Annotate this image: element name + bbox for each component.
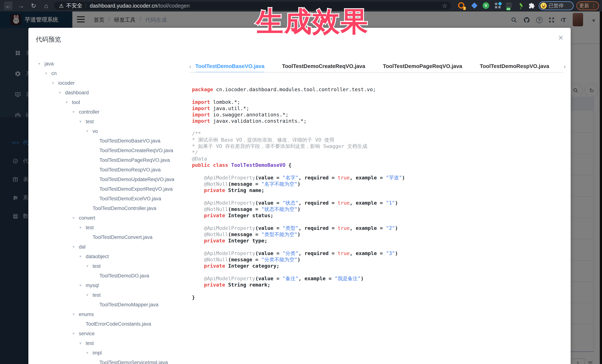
tree-folder[interactable]: ▾dal xyxy=(73,242,86,252)
tree-node-label: ToolTestDemoDO.java xyxy=(99,273,149,279)
caret-down-icon[interactable]: ▾ xyxy=(66,100,72,105)
caret-down-icon[interactable]: ▾ xyxy=(73,312,79,317)
file-tabs-bar: ‹ › ToolTestDemoBaseVO.javaToolTestDemoC… xyxy=(189,61,564,73)
tree-file[interactable]: ToolTestDemoController.java xyxy=(93,204,156,213)
tree-folder[interactable]: ▾impl xyxy=(86,348,102,358)
close-icon[interactable]: × xyxy=(558,33,563,42)
file-tab-3[interactable]: ToolTestDemoRespVO.java xyxy=(480,61,549,73)
tree-file[interactable]: ToolTestDemoRespVO.java xyxy=(99,165,161,175)
tree-file[interactable]: ToolTestDemoCreateReqVO.java xyxy=(99,146,173,155)
extension-seedling-icon[interactable] xyxy=(517,2,525,9)
tree-folder[interactable]: ▾convert xyxy=(73,213,95,223)
caret-down-icon[interactable]: ▾ xyxy=(79,283,86,288)
tree-node-label: ToolTestDemoExportReqVO.java xyxy=(99,186,173,192)
code-line xyxy=(192,124,563,130)
caret-down-icon[interactable]: ▾ xyxy=(79,225,86,230)
tree-folder[interactable]: ▾java xyxy=(38,59,54,69)
code-viewer[interactable]: package cn.iocoder.dashboard.modules.too… xyxy=(192,86,563,361)
code-line xyxy=(192,93,563,99)
not-secure-warning-icon: ⚠ xyxy=(59,3,64,9)
tree-folder[interactable]: ▾service xyxy=(73,329,95,338)
tabs-scroll-left-icon[interactable]: ‹ xyxy=(189,63,191,70)
tree-file[interactable]: ToolTestDemoPageReqVO.java xyxy=(99,155,170,165)
caret-down-icon[interactable]: ▾ xyxy=(86,351,93,355)
tree-file[interactable]: ToolTestDemoUpdateReqVO.java xyxy=(99,175,174,184)
tree-node-label: ToolTestDemoRespVO.java xyxy=(99,167,161,173)
file-tab-0[interactable]: ToolTestDemoBaseVO.java xyxy=(195,61,264,73)
file-tab-1[interactable]: ToolTestDemoCreateReqVO.java xyxy=(282,61,365,73)
caret-down-icon[interactable]: ▾ xyxy=(86,264,93,269)
tree-folder[interactable]: ▾cn xyxy=(45,69,57,78)
tree-file[interactable]: ToolTestDemoExportReqVO.java xyxy=(99,184,173,194)
tree-node-label: test xyxy=(86,341,94,346)
extension-grid-icon[interactable] xyxy=(494,2,502,9)
code-line: public class ToolTestDemoBaseVO { xyxy=(192,162,563,168)
caret-down-icon[interactable]: ▾ xyxy=(38,61,44,66)
browser-profile-button[interactable]: 已暂停 xyxy=(539,1,574,10)
tree-file[interactable]: ToolTestDemoMapper.java xyxy=(99,300,158,310)
code-line: @ApiModelProperty(value = "状态", required… xyxy=(192,200,563,206)
extension-orange-icon[interactable]: 1 xyxy=(458,2,465,9)
tree-folder[interactable]: ▾mysql xyxy=(79,281,99,290)
tree-file[interactable]: ToolTestDemoDO.java xyxy=(99,271,149,281)
caret-down-icon[interactable]: ▾ xyxy=(73,244,79,249)
tree-file[interactable]: ToolTestDemoExcelVO.java xyxy=(99,194,161,204)
tree-folder[interactable]: ▾test xyxy=(86,261,101,271)
code-line: private Integer category; xyxy=(192,263,563,269)
caret-down-icon[interactable]: ▾ xyxy=(86,293,93,297)
browser-home-button[interactable]: ⌂ xyxy=(42,1,50,10)
address-bar[interactable]: ⚠ 不安全 dashboard.yudao.iocoder.cn/tool/co… xyxy=(54,2,451,10)
browser-update-button[interactable]: 更新 ⋮ xyxy=(576,1,599,10)
caret-down-icon[interactable]: ▾ xyxy=(79,254,86,259)
tree-node-label: tool xyxy=(72,100,80,105)
urlbar-divider xyxy=(86,3,86,8)
extensions-puzzle-icon[interactable] xyxy=(528,2,535,9)
tree-folder[interactable]: ▾test xyxy=(79,338,94,348)
tree-file[interactable]: ToolTestDemoBaseVO.java xyxy=(99,136,161,146)
caret-down-icon[interactable]: ▾ xyxy=(59,90,65,95)
tree-folder[interactable]: ▾test xyxy=(79,117,94,126)
code-line: /** xyxy=(192,130,563,137)
profile-status: 已暂停 xyxy=(548,2,564,9)
bookmark-star-icon[interactable]: ☆ xyxy=(442,2,447,9)
caret-down-icon[interactable]: ▾ xyxy=(73,216,79,220)
extension-vue-icon[interactable]: V xyxy=(483,2,490,9)
browser-forward-button[interactable]: → xyxy=(17,1,25,10)
caret-down-icon[interactable]: ▾ xyxy=(45,71,51,76)
browser-reload-button[interactable]: ↻ xyxy=(29,1,38,10)
caret-down-icon[interactable]: ▾ xyxy=(79,119,86,124)
tree-node-label: ToolTestDemoCreateReqVO.java xyxy=(99,148,173,154)
tree-folder[interactable]: ▾dashboard xyxy=(59,88,89,97)
extension-gem-icon[interactable] xyxy=(471,2,478,9)
code-line: @NotNull(message = "类型不能为空") xyxy=(192,231,563,238)
tree-folder[interactable]: ▾enums xyxy=(73,310,94,319)
tree-node-label: test xyxy=(86,225,94,230)
annotation-text: 生成效果 xyxy=(256,3,369,40)
extension-tampermonkey-icon[interactable]: on xyxy=(505,2,513,9)
tree-node-label: service xyxy=(79,331,95,337)
caret-down-icon[interactable]: ▾ xyxy=(52,81,58,85)
tree-file[interactable]: ToolTestDemoServiceImpl.java xyxy=(99,358,168,364)
tree-file[interactable]: ToolErrorCodeConstants.java xyxy=(86,319,151,329)
tree-folder[interactable]: ▾iocoder xyxy=(52,78,75,88)
tree-file[interactable]: ToolTestDemoConvert.java xyxy=(93,232,152,242)
code-line: @NotNull(message = "状态不能为空") xyxy=(192,206,563,212)
tree-folder[interactable]: ▾dataobject xyxy=(79,252,109,261)
code-preview-dialog: 代码预览 × ▾java▾cn▾iocoder▾dashboard▾tool▾c… xyxy=(28,28,571,364)
tree-folder[interactable]: ▾controller xyxy=(73,107,99,117)
caret-down-icon[interactable]: ▾ xyxy=(73,110,79,114)
tabs-scroll-right-icon[interactable]: › xyxy=(564,63,566,70)
tree-folder[interactable]: ▾test xyxy=(79,223,94,232)
caret-down-icon[interactable]: ▾ xyxy=(86,129,93,134)
tree-folder[interactable]: ▾test xyxy=(86,290,101,300)
tree-node-label: mysql xyxy=(86,283,99,288)
tree-folder[interactable]: ▾tool xyxy=(66,97,80,107)
code-line: * 如果子 VO 存在差异的字段，请不要添加到这里，影响 Swagger 文档生… xyxy=(192,143,563,149)
file-tab-2[interactable]: ToolTestDemoPageReqVO.java xyxy=(383,61,462,73)
code-line: @ApiModelProperty(value = "分类", required… xyxy=(192,250,563,257)
caret-down-icon[interactable]: ▾ xyxy=(79,341,86,346)
browser-back-button[interactable]: ← xyxy=(4,1,13,10)
caret-down-icon[interactable]: ▾ xyxy=(73,331,79,336)
code-line: @NotNull(message = "名字不能为空") xyxy=(192,181,563,187)
tree-folder[interactable]: ▾vo xyxy=(86,126,98,136)
